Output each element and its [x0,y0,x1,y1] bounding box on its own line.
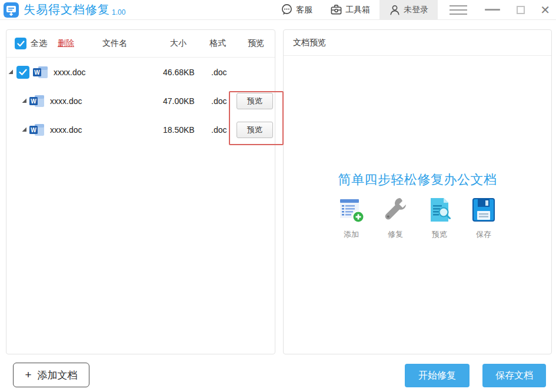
file-list-header: 全选 删除 文件名 大小 格式 预览 [6,30,275,58]
file-format: .doc [211,68,227,77]
check-icon [17,41,25,47]
file-name: xxxx.doc [54,68,85,77]
step-label: 添加 [344,229,359,240]
file-size: 47.00KB [163,96,195,106]
step-preview: 预览 [418,196,462,240]
word-file-icon: W [29,123,45,136]
chat-bubble-icon [281,4,293,16]
headline-text: 简单四步轻松修复办公文档 [284,171,551,189]
tree-expander-icon[interactable] [8,69,14,75]
step-label: 修复 [388,229,403,240]
close-button[interactable]: ✕ [540,4,550,16]
col-format: 格式 [209,38,226,49]
svg-text:W: W [31,126,36,133]
maximize-button[interactable] [517,6,525,14]
tree-expander-icon[interactable] [22,98,27,103]
col-preview: 预览 [248,38,264,49]
file-format: .doc [211,96,227,106]
preview-button[interactable]: 预览 [237,122,273,138]
svg-text:W: W [31,98,36,104]
select-all-label: 全选 [31,38,47,49]
row-checkbox[interactable] [16,66,29,79]
add-document-icon [338,196,365,223]
preview-document-icon [426,196,453,223]
repair-wrench-icon [382,196,409,223]
plus-icon: + [25,368,31,381]
step-label: 预览 [432,229,447,240]
app-version: 1.00 [112,8,125,16]
file-size: 18.50KB [163,125,195,135]
step-repair: 修复 [374,196,418,240]
login-label: 未登录 [404,5,428,15]
table-row[interactable]: W xxxx.doc 47.00KB .doc 预览 [6,86,275,115]
save-document-button[interactable]: 保存文档 [482,364,546,387]
preview-button[interactable]: 预览 [237,93,273,109]
file-name: xxxx.doc [50,96,82,106]
check-icon [19,69,27,76]
word-file-icon: W [33,66,48,79]
login-button[interactable]: 未登录 [379,0,438,20]
col-size: 大小 [170,38,187,49]
table-row[interactable]: W xxxx.doc 46.68KB .doc [6,58,275,86]
add-document-label: 添加文档 [38,368,78,382]
toolbox-button[interactable]: 工具箱 [330,4,370,16]
customer-service-button[interactable]: 客服 [281,4,312,16]
start-repair-button[interactable]: 开始修复 [405,364,470,387]
save-disk-icon [470,196,497,223]
toolbox-icon [330,4,342,16]
word-file-icon: W [29,95,45,108]
toolbox-label: 工具箱 [345,5,370,15]
customer-service-label: 客服 [296,5,312,15]
file-list-panel: 全选 删除 文件名 大小 格式 预览 W xxxx.doc 46.68K [6,29,275,354]
step-add: 添加 [329,196,374,240]
step-label: 保存 [476,229,491,240]
file-size: 46.68KB [163,68,195,77]
title-bar: 失易得文档修复 1.00 客服 工具箱 [0,0,556,20]
preview-panel-title: 文档预览 [284,30,551,56]
file-name: xxxx.doc [50,125,82,135]
step-save: 保存 [462,196,506,240]
tree-expander-icon[interactable] [22,127,27,132]
col-filename: 文件名 [102,38,127,49]
user-icon [389,4,401,16]
file-format: .doc [211,125,227,135]
svg-text:W: W [34,69,40,75]
app-logo-icon [4,2,19,18]
document-preview-panel: 文档预览 简单四步轻松修复办公文档 添加 [283,29,552,354]
delete-link[interactable]: 删除 [58,38,74,49]
minimize-button[interactable] [485,9,500,11]
add-document-button[interactable]: + 添加文档 [13,363,89,387]
select-all-checkbox[interactable] [15,38,26,49]
table-row[interactable]: W xxxx.doc 18.50KB .doc 预览 [6,115,275,144]
steps-row: 添加 修复 预览 [284,196,551,240]
menu-button[interactable] [450,5,467,15]
app-title: 失易得文档修复 [24,2,110,18]
